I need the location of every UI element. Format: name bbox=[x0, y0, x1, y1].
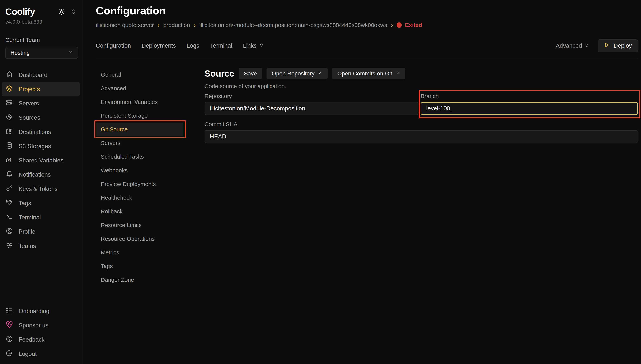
subnav-item-general[interactable]: General bbox=[96, 68, 183, 82]
subnav-item-resource-operations[interactable]: Resource Operations bbox=[96, 232, 183, 246]
tab-configuration[interactable]: Configuration bbox=[96, 42, 131, 49]
database-icon bbox=[6, 142, 13, 151]
app-version: v4.0.0-beta.399 bbox=[0, 17, 83, 25]
tab-terminal[interactable]: Terminal bbox=[210, 42, 232, 49]
sidebar-footer: Onboarding Sponsor us Feedback bbox=[0, 304, 83, 361]
chevrons-up-down-icon bbox=[584, 42, 589, 49]
status-dot-icon bbox=[397, 22, 402, 28]
tag-icon bbox=[6, 199, 13, 208]
settings-subnav: General Advanced Environment Variables P… bbox=[96, 68, 183, 287]
sidebar: Coolify v4.0.0-beta.399 Current Team Hos… bbox=[0, 0, 83, 364]
sidebar-item-notifications[interactable]: Notifications bbox=[2, 168, 80, 182]
sidebar-item-teams[interactable]: Teams bbox=[2, 239, 80, 253]
breadcrumb: illicitonion quote server › production ›… bbox=[96, 22, 638, 28]
sidebar-item-tags[interactable]: Tags bbox=[2, 196, 80, 210]
subnav-item-danger-zone[interactable]: Danger Zone bbox=[96, 273, 183, 287]
sidebar-item-keys-tokens[interactable]: Keys & Tokens bbox=[2, 182, 80, 196]
sidebar-item-feedback[interactable]: Feedback bbox=[2, 332, 80, 347]
current-team-label: Current Team bbox=[0, 25, 83, 43]
sidebar-item-destinations[interactable]: Destinations bbox=[2, 125, 80, 139]
tab-links[interactable]: Links bbox=[243, 42, 264, 49]
sidebar-item-profile[interactable]: Profile bbox=[2, 224, 80, 239]
branch-field-group: Branch level-100 bbox=[421, 93, 638, 115]
tabs-divider bbox=[96, 58, 638, 58]
sidebar-item-servers[interactable]: Servers bbox=[2, 96, 80, 110]
open-repository-button[interactable]: Open Repository bbox=[267, 68, 328, 79]
bell-icon bbox=[6, 170, 13, 179]
deploy-button[interactable]: Deploy bbox=[598, 39, 638, 52]
status-badge: Exited bbox=[397, 22, 422, 28]
subnav-item-resource-limits[interactable]: Resource Limits bbox=[96, 218, 183, 232]
sidebar-item-dashboard[interactable]: Dashboard bbox=[2, 68, 80, 82]
svg-text:(x): (x) bbox=[6, 157, 11, 162]
sidebar-item-sponsor[interactable]: Sponsor us bbox=[2, 318, 80, 332]
page-title: Configuration bbox=[96, 0, 638, 17]
subnav-item-git-source[interactable]: Git Source bbox=[96, 122, 183, 136]
checklist-icon bbox=[6, 307, 13, 316]
panel-title: Source bbox=[205, 68, 234, 79]
subnav-item-preview-deployments[interactable]: Preview Deployments bbox=[96, 177, 183, 191]
help-circle-icon bbox=[6, 335, 13, 344]
sidebar-item-onboarding[interactable]: Onboarding bbox=[2, 304, 80, 318]
breadcrumb-separator: › bbox=[158, 22, 160, 28]
sidebar-item-s3-storages[interactable]: S3 Storages bbox=[2, 139, 80, 153]
breadcrumb-application[interactable]: illicitestonion/-module--decomposition:m… bbox=[199, 22, 387, 28]
server-icon bbox=[6, 99, 13, 108]
commit-sha-field-group: Commit SHA HEAD bbox=[205, 121, 638, 143]
logout-icon bbox=[6, 350, 13, 358]
save-button[interactable]: Save bbox=[239, 68, 262, 79]
home-icon bbox=[6, 71, 13, 80]
subnav-item-rollback[interactable]: Rollback bbox=[96, 204, 183, 218]
breadcrumb-project[interactable]: illicitonion quote server bbox=[96, 22, 154, 28]
variables-icon: (x) bbox=[6, 156, 13, 165]
git-source-panel: Source Save Open Repository Open Commits… bbox=[205, 68, 638, 287]
terminal-icon bbox=[6, 213, 13, 222]
subnav-item-environment-variables[interactable]: Environment Variables bbox=[96, 95, 183, 109]
subnav-item-webhooks[interactable]: Webhooks bbox=[96, 164, 183, 177]
app-logo: Coolify bbox=[5, 6, 35, 17]
users-icon bbox=[6, 242, 13, 250]
external-link-icon bbox=[395, 70, 400, 77]
branch-input[interactable]: level-100 bbox=[421, 102, 638, 115]
key-icon bbox=[6, 185, 13, 194]
play-icon bbox=[604, 42, 610, 50]
breadcrumb-environment[interactable]: production bbox=[163, 22, 190, 28]
map-icon bbox=[6, 128, 13, 136]
subnav-item-advanced[interactable]: Advanced bbox=[96, 82, 183, 95]
sidebar-item-logout[interactable]: Logout bbox=[2, 347, 80, 361]
panel-description: Code source of your application. bbox=[205, 83, 638, 90]
sidebar-menu: Dashboard Projects Servers bbox=[0, 68, 83, 253]
sidebar-item-projects[interactable]: Projects bbox=[2, 82, 80, 96]
layers-icon bbox=[6, 85, 13, 94]
team-select[interactable]: Hosting bbox=[5, 47, 78, 59]
repository-label: Repository bbox=[205, 93, 418, 99]
user-circle-icon bbox=[6, 228, 13, 236]
repository-field-group: Repository illicitestonion/Module-Decomp… bbox=[205, 93, 418, 115]
chevron-down-icon bbox=[68, 50, 73, 56]
sidebar-item-shared-variables[interactable]: (x) Shared Variables bbox=[2, 153, 80, 168]
repository-input[interactable]: illicitestonion/Module-Decomposition bbox=[205, 102, 418, 115]
theme-sun-icon[interactable] bbox=[58, 8, 65, 15]
team-select-value: Hosting bbox=[11, 50, 30, 56]
sidebar-item-sources[interactable]: Sources bbox=[2, 110, 80, 125]
text-cursor bbox=[451, 105, 451, 112]
tabs-row: Configuration Deployments Logs Terminal … bbox=[96, 39, 638, 52]
chevrons-up-down-icon bbox=[259, 42, 264, 49]
breadcrumb-separator: › bbox=[391, 22, 393, 28]
tab-deployments[interactable]: Deployments bbox=[142, 42, 176, 49]
heart-handshake-icon bbox=[6, 321, 13, 330]
open-commits-button[interactable]: Open Commits on Git bbox=[332, 68, 405, 79]
subnav-item-healthcheck[interactable]: Healthcheck bbox=[96, 191, 183, 204]
subnav-item-persistent-storage[interactable]: Persistent Storage bbox=[96, 109, 183, 122]
subnav-item-metrics[interactable]: Metrics bbox=[96, 246, 183, 259]
sidebar-item-terminal[interactable]: Terminal bbox=[2, 210, 80, 224]
subnav-item-servers[interactable]: Servers bbox=[96, 136, 183, 150]
sidebar-collapse-icon[interactable] bbox=[70, 9, 77, 15]
status-text: Exited bbox=[405, 22, 422, 28]
tab-logs[interactable]: Logs bbox=[187, 42, 199, 49]
advanced-dropdown[interactable]: Advanced bbox=[556, 42, 589, 49]
subnav-item-tags[interactable]: Tags bbox=[96, 259, 183, 273]
main-content: Configuration illicitonion quote server … bbox=[84, 0, 641, 287]
subnav-item-scheduled-tasks[interactable]: Scheduled Tasks bbox=[96, 150, 183, 164]
commit-sha-input[interactable]: HEAD bbox=[205, 130, 638, 143]
